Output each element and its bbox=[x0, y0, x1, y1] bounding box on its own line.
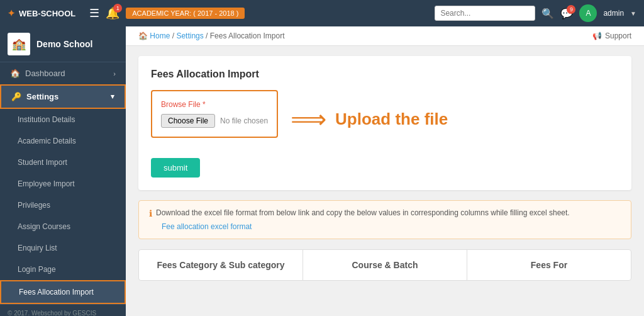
support-label: Support bbox=[605, 31, 631, 40]
breadcrumb-home[interactable]: Home bbox=[150, 31, 170, 40]
main-layout: 🏫 Demo School 🏠 Dashboard › 🔑 Settings ▾… bbox=[0, 26, 644, 316]
choose-file-button[interactable]: Choose File bbox=[161, 114, 215, 128]
navbar-right: 🔍 💬 9 A admin ▼ bbox=[435, 4, 636, 22]
institution-label: Institution Details bbox=[18, 115, 75, 124]
support-button[interactable]: 📢 Support bbox=[592, 31, 631, 40]
avatar: A bbox=[579, 4, 597, 22]
sidebar: 🏫 Demo School 🏠 Dashboard › 🔑 Settings ▾… bbox=[0, 26, 126, 316]
brand-name: WEB-SCHOOL bbox=[19, 9, 75, 18]
sidebar-item-student-import[interactable]: Student Import bbox=[0, 152, 126, 173]
col-fees-category: Fees Category & Sub category bbox=[139, 250, 303, 280]
search-input[interactable] bbox=[435, 6, 535, 21]
sidebar-item-login-page[interactable]: Login Page bbox=[0, 259, 126, 280]
hamburger-icon[interactable]: ☰ bbox=[89, 6, 99, 20]
submit-button[interactable]: submit bbox=[151, 158, 200, 178]
sidebar-item-enquiry-list[interactable]: Enquiry List bbox=[0, 237, 126, 259]
fees-allocation-label: Fees Allocation Import bbox=[19, 288, 94, 296]
settings-icon: 🔑 bbox=[11, 92, 21, 101]
breadcrumb-bar: 🏠 Home / Settings / Fees Allocation Impo… bbox=[126, 26, 644, 46]
login-page-label: Login Page bbox=[18, 265, 56, 274]
sidebar-item-academic-details[interactable]: Academic Details bbox=[0, 130, 126, 152]
sidebar-item-settings[interactable]: 🔑 Settings ▾ bbox=[0, 84, 126, 109]
upload-label: Upload the file bbox=[335, 110, 448, 129]
col-fees-for: Fees For bbox=[467, 250, 631, 280]
info-box: ℹ Download the excel file format from be… bbox=[138, 200, 631, 239]
school-logo: 🏫 bbox=[8, 33, 30, 55]
brand-icon: ✦ bbox=[8, 8, 15, 18]
chat-badge: 9 bbox=[567, 5, 575, 14]
breadcrumb-settings[interactable]: Settings bbox=[176, 31, 203, 40]
sidebar-item-privileges[interactable]: Privileges bbox=[0, 195, 126, 216]
breadcrumb: 🏠 Home / Settings / Fees Allocation Impo… bbox=[138, 31, 284, 40]
sidebar-footer: © 2017. Webschool by GESCIS Technologies… bbox=[0, 304, 126, 316]
home-icon: 🏠 bbox=[138, 31, 148, 40]
browse-label: Browse File * bbox=[161, 100, 268, 109]
dashboard-icon: 🏠 bbox=[10, 69, 20, 78]
browse-section: Browse File * Choose File No file chosen bbox=[151, 90, 278, 138]
navbar-center: ☰ 🔔 1 ACADEMIC YEAR: ( 2017 - 2018 ) bbox=[89, 6, 427, 20]
top-navbar: ✦ WEB-SCHOOL ☰ 🔔 1 ACADEMIC YEAR: ( 2017… bbox=[0, 0, 644, 26]
admin-label: admin bbox=[603, 9, 624, 18]
sidebar-item-fees-allocation-import[interactable]: Fees Allocation Import bbox=[0, 280, 126, 304]
required-mark: * bbox=[203, 100, 206, 109]
breadcrumb-sep2: / bbox=[206, 31, 210, 40]
school-name: Demo School bbox=[36, 39, 92, 49]
sidebar-item-dashboard[interactable]: 🏠 Dashboard › bbox=[0, 62, 126, 84]
chat-btn[interactable]: 💬 9 bbox=[560, 8, 573, 20]
upload-annotation: ⟹ Upload the file bbox=[291, 106, 448, 132]
file-input-row: Choose File No file chosen bbox=[161, 114, 268, 128]
settings-label: Settings bbox=[26, 92, 58, 101]
brand-logo: ✦ WEB-SCHOOL bbox=[8, 8, 75, 18]
support-icon: 📢 bbox=[592, 31, 602, 40]
upload-row: Browse File * Choose File No file chosen… bbox=[151, 90, 619, 148]
sidebar-item-assign-courses[interactable]: Assign Courses bbox=[0, 216, 126, 237]
info-icon: ℹ bbox=[149, 208, 152, 218]
notifications-btn[interactable]: 🔔 1 bbox=[106, 6, 119, 20]
main-content: 🏠 Home / Settings / Fees Allocation Impo… bbox=[126, 26, 644, 316]
upload-card: Fees Allocation Import Browse File * Cho… bbox=[138, 56, 631, 190]
settings-arrow: ▾ bbox=[111, 93, 114, 101]
search-button[interactable]: 🔍 bbox=[541, 8, 554, 20]
columns-row: Fees Category & Sub category Course & Ba… bbox=[138, 249, 631, 281]
info-text: ℹ Download the excel file format from be… bbox=[149, 208, 621, 218]
academic-year-badge: ACADEMIC YEAR: ( 2017 - 2018 ) bbox=[126, 8, 245, 19]
col-course-batch: Course & Batch bbox=[303, 250, 467, 280]
sidebar-item-institution-details[interactable]: Institution Details bbox=[0, 109, 126, 130]
inner-content: Fees Allocation Import Browse File * Cho… bbox=[126, 46, 644, 291]
admin-dropdown-icon[interactable]: ▼ bbox=[630, 10, 636, 17]
dashboard-label: Dashboard bbox=[25, 69, 65, 78]
no-file-text: No file chosen bbox=[220, 116, 268, 125]
info-link[interactable]: Fee allocation excel format bbox=[162, 222, 252, 231]
page-title: Fees Allocation Import bbox=[151, 69, 619, 80]
dashboard-arrow: › bbox=[113, 70, 116, 77]
employee-import-label: Employee Import bbox=[18, 179, 75, 188]
breadcrumb-current: Fees Allocation Import bbox=[210, 31, 285, 40]
student-import-label: Student Import bbox=[18, 158, 67, 167]
sidebar-item-employee-import[interactable]: Employee Import bbox=[0, 173, 126, 195]
arrow-icon: ⟹ bbox=[291, 106, 326, 132]
school-header: 🏫 Demo School bbox=[0, 26, 126, 62]
academic-label: Academic Details bbox=[18, 137, 76, 145]
notification-badge: 1 bbox=[113, 4, 122, 13]
assign-courses-label: Assign Courses bbox=[18, 222, 70, 231]
enquiry-list-label: Enquiry List bbox=[18, 244, 57, 252]
privileges-label: Privileges bbox=[18, 201, 50, 210]
